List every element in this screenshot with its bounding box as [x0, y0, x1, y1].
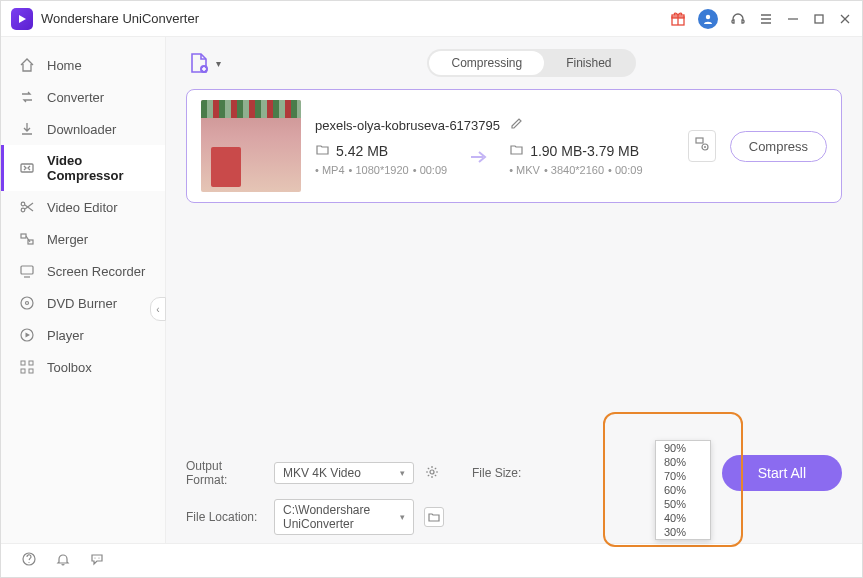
sidebar-item-home[interactable]: Home: [1, 49, 165, 81]
sidebar-item-label: DVD Burner: [47, 296, 117, 311]
disc-icon: [19, 295, 35, 311]
maximize-button[interactable]: [812, 12, 826, 26]
dropdown-option[interactable]: 50%: [656, 497, 710, 511]
svg-rect-24: [29, 361, 33, 365]
sidebar-item-label: Player: [47, 328, 84, 343]
svg-rect-16: [21, 234, 26, 238]
sidebar-item-downloader[interactable]: Downloader: [1, 113, 165, 145]
svg-rect-8: [815, 15, 823, 23]
target-resolution: 3840*2160: [544, 164, 604, 176]
headset-icon[interactable]: [730, 11, 746, 27]
arrow-icon: [467, 146, 489, 172]
dropdown-option[interactable]: 30%: [656, 525, 710, 539]
dropdown-option[interactable]: 40%: [656, 511, 710, 525]
dropdown-option[interactable]: 80%: [656, 455, 710, 469]
bell-icon[interactable]: [55, 551, 71, 571]
tabs: Compressing Finished: [427, 49, 635, 77]
svg-point-37: [98, 557, 99, 558]
file-location-select[interactable]: C:\Wondershare UniConverter ▾: [274, 499, 414, 535]
svg-point-36: [94, 557, 95, 558]
sidebar-item-label: Merger: [47, 232, 88, 247]
sidebar-item-label: Screen Recorder: [47, 264, 145, 279]
svg-rect-18: [21, 266, 33, 274]
svg-rect-23: [21, 361, 25, 365]
svg-rect-30: [696, 138, 703, 143]
chevron-down-icon: ▾: [400, 468, 405, 478]
svg-point-20: [21, 297, 33, 309]
compress-button[interactable]: Compress: [730, 131, 827, 162]
tab-finished[interactable]: Finished: [544, 51, 633, 75]
scissors-icon: [19, 199, 35, 215]
app-logo: [11, 8, 33, 30]
close-button[interactable]: [838, 12, 852, 26]
start-all-button[interactable]: Start All: [722, 455, 842, 491]
sidebar-item-video-compressor[interactable]: Video Compressor: [1, 145, 165, 191]
source-format: MP4: [315, 164, 345, 176]
svg-point-3: [706, 14, 710, 18]
merger-icon: [19, 231, 35, 247]
screen-icon: [19, 263, 35, 279]
home-icon: [19, 57, 35, 73]
svg-point-13: [21, 208, 25, 212]
sidebar-item-toolbox[interactable]: Toolbox: [1, 351, 165, 383]
svg-rect-26: [29, 369, 33, 373]
output-format-select[interactable]: MKV 4K Video ▾: [274, 462, 414, 484]
sidebar-item-label: Converter: [47, 90, 104, 105]
app-title: Wondershare UniConverter: [41, 11, 199, 26]
output-format-label: Output Format:: [186, 459, 264, 487]
dropdown-option[interactable]: 70%: [656, 469, 710, 483]
video-thumbnail[interactable]: [201, 100, 301, 192]
dropdown-option[interactable]: 60%: [656, 483, 710, 497]
sidebar-item-video-editor[interactable]: Video Editor: [1, 191, 165, 223]
open-folder-button[interactable]: [424, 507, 444, 527]
svg-point-32: [704, 146, 706, 148]
converter-icon: [19, 89, 35, 105]
file-card: pexels-olya-kobruseva-6173795 5.42 MB: [186, 89, 842, 203]
dropdown-option[interactable]: 90%: [656, 441, 710, 455]
folder-icon: [315, 142, 330, 160]
sidebar-item-converter[interactable]: Converter: [1, 81, 165, 113]
download-icon: [19, 121, 35, 137]
file-size-dropdown[interactable]: 90% 80% 70% 60% 50% 40% 30%: [655, 440, 711, 540]
help-icon[interactable]: [21, 551, 37, 571]
minimize-button[interactable]: [786, 12, 800, 26]
svg-point-21: [26, 302, 29, 305]
folder-icon: [509, 142, 524, 160]
target-size: 1.90 MB-3.79 MB: [530, 143, 639, 159]
file-name: pexels-olya-kobruseva-6173795: [315, 118, 500, 133]
svg-rect-11: [21, 164, 33, 172]
sidebar-item-label: Home: [47, 58, 82, 73]
output-settings-icon[interactable]: [424, 464, 440, 483]
sidebar-item-label: Video Compressor: [47, 153, 147, 183]
sidebar-item-dvd-burner[interactable]: DVD Burner: [1, 287, 165, 319]
file-location-label: File Location:: [186, 510, 264, 524]
sidebar-item-merger[interactable]: Merger: [1, 223, 165, 255]
source-resolution: 1080*1920: [349, 164, 409, 176]
target-duration: 00:09: [608, 164, 642, 176]
gift-icon[interactable]: [670, 11, 686, 27]
svg-point-35: [28, 561, 29, 562]
chevron-down-icon: ▾: [400, 512, 405, 522]
sidebar-item-screen-recorder[interactable]: Screen Recorder: [1, 255, 165, 287]
source-duration: 00:09: [413, 164, 447, 176]
tab-compressing[interactable]: Compressing: [429, 51, 544, 75]
sidebar-item-label: Downloader: [47, 122, 116, 137]
add-file-caret[interactable]: ▾: [216, 58, 221, 69]
sidebar: Home Converter Downloader Video Compress…: [1, 37, 166, 543]
source-size: 5.42 MB: [336, 143, 388, 159]
file-settings-icon[interactable]: [688, 130, 716, 162]
svg-point-33: [430, 470, 434, 474]
edit-name-icon[interactable]: [510, 116, 524, 134]
target-format: MKV: [509, 164, 540, 176]
feedback-icon[interactable]: [89, 551, 105, 571]
compress-icon: [19, 160, 35, 176]
sidebar-item-player[interactable]: Player: [1, 319, 165, 351]
svg-rect-25: [21, 369, 25, 373]
hamburger-icon[interactable]: [758, 11, 774, 27]
sidebar-item-label: Video Editor: [47, 200, 118, 215]
svg-point-12: [21, 202, 25, 206]
add-file-icon[interactable]: [186, 50, 212, 76]
play-icon: [19, 327, 35, 343]
user-avatar[interactable]: [698, 9, 718, 29]
sidebar-collapse-button[interactable]: ‹: [150, 297, 166, 321]
